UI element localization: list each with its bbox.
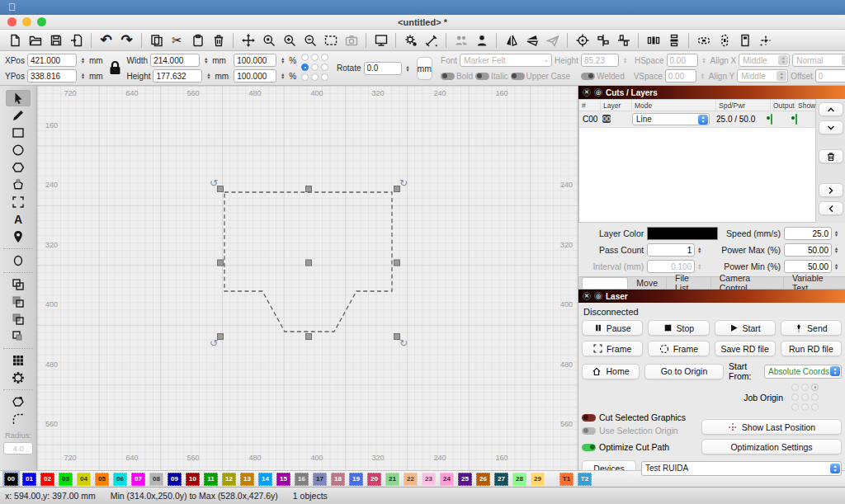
tool-boolean-union-button[interactable] xyxy=(6,294,31,310)
selection-handle[interactable] xyxy=(218,334,224,340)
palette-swatch-10[interactable]: 10 xyxy=(186,473,200,486)
power-min-input[interactable] xyxy=(784,260,832,273)
palette-swatch-11[interactable]: 11 xyxy=(204,473,218,486)
object-origin-selector[interactable] xyxy=(301,54,330,82)
origin-dot-7[interactable] xyxy=(311,73,319,81)
palette-swatch-29[interactable]: 29 xyxy=(531,473,545,486)
palette-swatch-05[interactable]: 05 xyxy=(95,473,109,486)
palette-swatch-17[interactable]: 17 xyxy=(313,473,327,486)
send-button[interactable]: Send xyxy=(781,320,842,336)
palette-swatch-13[interactable]: 13 xyxy=(240,473,254,486)
new-file-button[interactable] xyxy=(5,31,24,49)
save-rd-file-button[interactable]: Save RD file xyxy=(715,341,776,356)
alignx-select[interactable]: Middle▲▼ xyxy=(739,54,790,67)
palette-swatch-02[interactable]: 02 xyxy=(40,473,54,486)
aligny-select[interactable]: Middle▲▼ xyxy=(737,69,788,82)
tool-fillet-button[interactable] xyxy=(6,411,31,427)
palette-swatch-19[interactable]: 19 xyxy=(349,473,363,486)
palette-swatch-14[interactable]: 14 xyxy=(258,473,272,486)
palette-swatch-T1[interactable]: T1 xyxy=(559,473,574,486)
origin-dot-0[interactable] xyxy=(791,384,799,391)
use-selection-origin-toggle[interactable]: Use Selection Origin xyxy=(582,426,701,436)
tool-shape-node-button[interactable] xyxy=(6,393,31,410)
palette-swatch-26[interactable]: 26 xyxy=(476,473,490,486)
tool-boolean-weld-button[interactable] xyxy=(6,276,31,293)
origin-dot-0[interactable] xyxy=(301,54,309,61)
text-style-select[interactable]: Normal▲▼ xyxy=(792,54,845,67)
origin-dot-1[interactable] xyxy=(801,384,809,391)
origin-dot-4[interactable] xyxy=(311,64,319,71)
tool-circular-array-button[interactable] xyxy=(6,370,31,386)
tab-cuts-layers[interactable] xyxy=(582,277,628,289)
palette-swatch-06[interactable]: 06 xyxy=(113,473,127,486)
origin-dot-7[interactable] xyxy=(801,403,809,411)
go-to-origin-button[interactable]: Go to Origin xyxy=(644,364,724,379)
palette-swatch-T2[interactable]: T2 xyxy=(578,473,592,486)
palette-swatch-07[interactable]: 07 xyxy=(131,473,145,486)
origin-dot-6[interactable] xyxy=(791,403,799,411)
tool-boolean-subtract-button[interactable] xyxy=(6,311,31,327)
run-rd-file-button[interactable]: Run RD file xyxy=(781,341,842,356)
palette-swatch-01[interactable]: 01 xyxy=(22,473,36,486)
selection-handle[interactable] xyxy=(218,260,224,266)
tab-variable-text[interactable]: Variable Text xyxy=(784,277,845,289)
origin-dot-3[interactable] xyxy=(791,393,799,401)
palette-swatch-24[interactable]: 24 xyxy=(440,473,454,486)
selection-handle[interactable] xyxy=(394,260,400,266)
apple-menu-icon[interactable]:  xyxy=(8,2,16,13)
origin-dot-1[interactable] xyxy=(311,54,319,61)
palette-swatch-08[interactable]: 08 xyxy=(149,473,163,486)
stop-button[interactable]: Stop xyxy=(648,320,709,336)
palette-swatch-27[interactable]: 27 xyxy=(494,473,508,486)
origin-dot-3[interactable] xyxy=(301,64,309,71)
layer-mode-select[interactable]: Line▲▼ xyxy=(632,113,710,125)
origin-dot-8[interactable] xyxy=(321,73,328,81)
device-select[interactable]: Test RUIDA▲▼ xyxy=(641,461,842,476)
interval-input[interactable] xyxy=(647,260,695,273)
show-last-position-button[interactable]: Show Last Position xyxy=(701,419,842,435)
workspace-canvas[interactable]: 7207206406405605604804804004003203202402… xyxy=(37,86,578,470)
frame-circle-button[interactable]: Frame xyxy=(648,341,709,356)
origin-dot-5[interactable] xyxy=(811,393,819,401)
palette-swatch-00[interactable]: 00 xyxy=(4,473,18,486)
selection-handle[interactable] xyxy=(306,186,312,192)
origin-dot-2[interactable] xyxy=(811,384,819,391)
tab-camera-control[interactable]: Camera Control xyxy=(711,277,784,289)
radius-input[interactable] xyxy=(3,442,33,455)
tab-file-list[interactable]: File List xyxy=(667,277,711,289)
laser-close-icon[interactable]: ✕ xyxy=(583,292,591,300)
palette-swatch-16[interactable]: 16 xyxy=(295,473,309,486)
cut-selected-toggle[interactable]: Cut Selected Graphics xyxy=(582,412,701,422)
selection-handle[interactable] xyxy=(306,260,312,266)
tool-offset-shapes-button[interactable] xyxy=(6,252,31,269)
palette-swatch-12[interactable]: 12 xyxy=(222,473,236,486)
tab-move[interactable]: Move xyxy=(628,277,667,289)
home-button[interactable]: Home xyxy=(582,364,640,379)
pause-button[interactable]: Pause xyxy=(582,320,643,336)
palette-swatch-18[interactable]: 18 xyxy=(331,473,345,486)
font-select[interactable]: Marker Felt⌄ xyxy=(460,54,552,67)
tool-boolean-intersect-button[interactable] xyxy=(6,328,31,345)
rotate-handle[interactable]: ↺ xyxy=(210,337,218,349)
palette-swatch-09[interactable]: 09 xyxy=(168,473,182,486)
palette-swatch-03[interactable]: 03 xyxy=(59,473,73,486)
palette-swatch-23[interactable]: 23 xyxy=(422,473,436,486)
optimization-settings-button[interactable]: Optimization Settings xyxy=(701,439,842,455)
palette-swatch-25[interactable]: 25 xyxy=(458,473,472,486)
selection-handle[interactable] xyxy=(306,334,312,340)
palette-swatch-22[interactable]: 22 xyxy=(404,473,418,486)
origin-dot-6[interactable] xyxy=(301,73,309,81)
palette-swatch-21[interactable]: 21 xyxy=(385,473,399,486)
start-from-select[interactable]: Absolute Coords▲▼ xyxy=(764,365,842,379)
palette-swatch-20[interactable]: 20 xyxy=(367,473,381,486)
rotate-handle[interactable]: ↺ xyxy=(210,177,218,189)
selection-handle[interactable] xyxy=(218,186,224,192)
palette-swatch-04[interactable]: 04 xyxy=(77,473,91,486)
tool-grid-array-button[interactable] xyxy=(6,352,31,369)
origin-dot-8[interactable] xyxy=(811,403,819,411)
palette-swatch-28[interactable]: 28 xyxy=(512,473,526,486)
origin-dot-2[interactable] xyxy=(321,54,328,61)
laser-float-icon[interactable]: ◎ xyxy=(594,292,602,300)
layer-output-toggle[interactable] xyxy=(771,114,772,125)
origin-dot-5[interactable] xyxy=(321,64,328,71)
